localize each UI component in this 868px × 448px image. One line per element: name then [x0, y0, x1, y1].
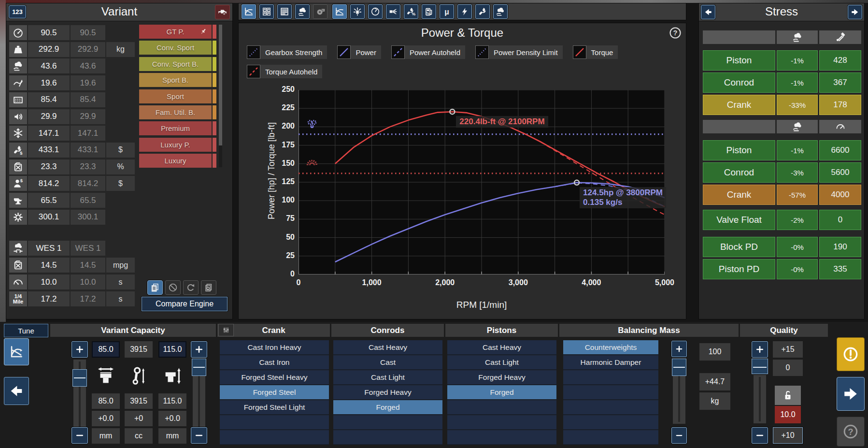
conrods-option-forged[interactable]: Forged [333, 400, 442, 415]
toolbar2-ignition-button[interactable] [457, 4, 472, 19]
conrods-option-empty[interactable] [333, 415, 442, 430]
conrods-option-cast-heavy[interactable]: Cast Heavy [333, 340, 442, 355]
toolbar2-knock-button[interactable] [350, 4, 365, 19]
trim-list-item[interactable]: Conv. Sport [139, 41, 212, 55]
svg-text:$: $ [20, 151, 23, 156]
balancing-option-empty[interactable] [563, 400, 658, 415]
quality-slider-track[interactable] [754, 375, 766, 423]
toolbar2-emissions-button[interactable] [493, 4, 508, 19]
toolbar2-fuel-spray-button[interactable] [386, 4, 400, 19]
pistons-option-forged[interactable]: Forged [447, 385, 556, 400]
pistons-option-empty[interactable] [447, 415, 556, 430]
toolbar-multi-view-button[interactable] [259, 4, 274, 19]
x-axis-label: RPM [1/min] [299, 300, 665, 310]
bore-slider-handle[interactable] [72, 369, 87, 387]
quality-slider-handle[interactable] [752, 359, 768, 374]
legend-item[interactable]: Power [337, 45, 381, 59]
conrods-option-cast-light[interactable]: Cast Light [333, 370, 442, 385]
trim-list-item[interactable]: Luxury [139, 154, 212, 168]
vehicle-icon-button[interactable] [215, 5, 230, 19]
pistons-option-empty[interactable] [447, 430, 556, 445]
balancing-option-counterweights[interactable]: Counterweights [563, 340, 658, 355]
trim-list-scrollbar[interactable] [219, 25, 222, 167]
quality-lock-button[interactable] [775, 386, 801, 405]
compare-engine-button[interactable]: Compare Engine [142, 297, 228, 311]
crank-option-cast-iron[interactable]: Cast Iron [220, 355, 329, 370]
copy-button[interactable] [147, 280, 163, 295]
balancing-option-empty[interactable] [563, 370, 658, 385]
back-button[interactable] [4, 377, 29, 405]
trim-list-item[interactable]: Sport [139, 89, 212, 103]
balancing-decrease-button[interactable] [671, 427, 687, 444]
crank-option-empty[interactable] [220, 415, 329, 430]
torque-peak-annotation: 220.4lb-ft @ 2100RPM [456, 116, 548, 128]
undo-button[interactable] [183, 280, 199, 295]
toolbar-dyno-chart-button[interactable] [242, 4, 256, 19]
toolbar-turbo-button[interactable] [313, 4, 327, 19]
balancing-slider-handle[interactable] [672, 359, 686, 376]
svg-text:%: % [412, 12, 416, 16]
toolbar2-fuel-pump-button[interactable]: % [422, 4, 436, 19]
conrods-option-empty[interactable] [333, 430, 442, 445]
stroke-slider-handle[interactable] [192, 359, 206, 376]
toolbar-emissions-button[interactable] [295, 4, 310, 19]
pistons-option-empty[interactable] [447, 400, 556, 415]
help-button[interactable]: ? [669, 26, 682, 40]
legend-item[interactable]: Power Density Limit [475, 45, 563, 59]
crank-option-cast-iron-heavy[interactable]: Cast Iron Heavy [220, 340, 329, 355]
balancing-option-empty[interactable] [563, 430, 658, 445]
crank-option-forged-steel[interactable]: Forged Steel [220, 385, 329, 400]
scrollbar-handle[interactable] [219, 25, 222, 145]
crank-option-forged-steel-light[interactable]: Forged Steel Light [220, 400, 329, 415]
balancing-option-empty[interactable] [563, 415, 658, 430]
trim-list-item[interactable]: Sport B. [139, 73, 212, 87]
stroke-decrease-button[interactable] [191, 427, 207, 444]
toolbar-data-sheet-button[interactable] [277, 4, 292, 19]
toolbar2-rpm-limit-button[interactable] [368, 4, 383, 19]
toolbar2-friction-button[interactable]: μ [440, 4, 454, 19]
pistons-option-cast-heavy[interactable]: Cast Heavy [447, 340, 556, 355]
graphs-view-button[interactable] [4, 338, 29, 365]
next-page-button[interactable] [848, 5, 862, 19]
help-bottom-button[interactable]: ? [837, 417, 865, 447]
card-gear-button[interactable] [201, 280, 216, 295]
dyno-plot[interactable]: 220.4lb-ft @ 2100RPM124.5hp @ 3800RPM0.1… [299, 90, 665, 275]
warnings-button[interactable] [837, 337, 865, 371]
conrods-option-forged-heavy[interactable]: Forged Heavy [333, 385, 442, 400]
toolbar2-tuning-wrench-button[interactable] [475, 4, 490, 19]
legend-item[interactable]: Torque [573, 45, 618, 59]
trim-accent [213, 73, 216, 87]
balancing-option-harmonic-damper[interactable]: Harmonic Damper [563, 355, 658, 370]
toolbar2-dyno-chart-button[interactable] [332, 4, 347, 19]
ban-button[interactable] [165, 280, 181, 295]
toolbar2-service-wrench-button[interactable]: % [404, 4, 418, 19]
crank-option-empty[interactable] [220, 430, 329, 445]
bore-input[interactable]: 85.0 [92, 341, 120, 358]
trim-list-item[interactable]: GT P. [139, 25, 212, 39]
trim-list-item[interactable]: Fam. Util. B. [139, 105, 212, 119]
legend-item[interactable]: Power Autoheld [391, 45, 465, 59]
forward-button[interactable] [837, 377, 865, 411]
crank-option-forged-steel-heavy[interactable]: Forged Steel Heavy [220, 370, 329, 385]
tab-tune[interactable]: Tune [4, 324, 48, 337]
pistons-option-forged-heavy[interactable]: Forged Heavy [447, 370, 556, 385]
truck-icon [217, 7, 228, 17]
trim-list-item[interactable]: Conv. Sport B. [139, 57, 212, 71]
pistons-option-cast-light[interactable]: Cast Light [447, 355, 556, 370]
fine-tune-toggle-button[interactable] [218, 324, 234, 336]
quality-lower-bound-button[interactable]: +10 [773, 427, 803, 444]
legend-item[interactable]: Gearbox Strength [247, 45, 327, 59]
bore-increase-button[interactable] [71, 341, 88, 358]
balancing-option-empty[interactable] [563, 385, 658, 400]
trim-list-item[interactable]: Premium [139, 121, 212, 135]
trim-list-item[interactable]: Luxury P. [139, 138, 212, 152]
quality-decrease-button[interactable] [752, 427, 768, 444]
balancing-increase-button[interactable] [671, 341, 687, 357]
conrods-option-cast[interactable]: Cast [333, 355, 442, 370]
stroke-input[interactable]: 115.0 [158, 341, 186, 358]
bore-decrease-button[interactable] [71, 427, 88, 444]
quality-increase-button[interactable] [752, 341, 768, 358]
arrow-right-icon [850, 7, 860, 17]
legend-item[interactable]: Torque Autoheld [247, 65, 322, 78]
stroke-increase-button[interactable] [191, 341, 207, 358]
